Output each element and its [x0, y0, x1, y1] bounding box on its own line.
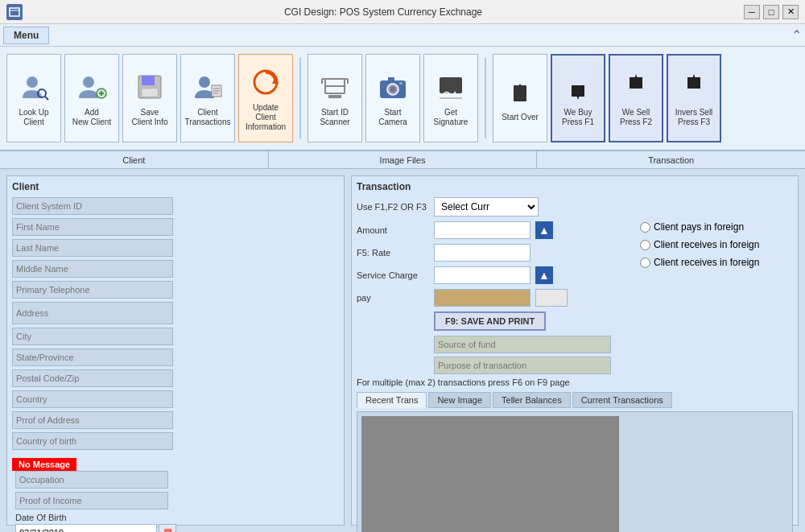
first-name-input[interactable] — [12, 218, 173, 236]
toolbar-sections: Client Image Files Transaction — [0, 151, 805, 169]
amount-input[interactable] — [434, 221, 530, 239]
last-name-input[interactable] — [12, 239, 173, 257]
collapse-icon[interactable]: ⌃ — [791, 27, 802, 43]
get-signature-label: Get Signature — [427, 108, 474, 127]
prrof-of-address-input[interactable] — [12, 411, 173, 429]
currency-row: Use F1,F2 OR F3 Select Curr — [357, 197, 616, 217]
start-camera-label: StartCamera — [378, 108, 407, 127]
rate-input[interactable] — [434, 244, 530, 262]
proof-of-income-input[interactable] — [15, 492, 168, 509]
proof-of-income-group — [15, 492, 176, 509]
client-transactions-icon — [190, 69, 225, 105]
start-over-label: Start Over — [502, 113, 539, 122]
update-client-information-icon — [248, 64, 283, 100]
first-name-group — [12, 218, 181, 236]
transaction-left: Use F1,F2 OR F3 Select Curr Amount ▲ F5:… — [357, 197, 616, 374]
country-of-birth-input[interactable] — [12, 432, 173, 450]
occupation-group — [15, 471, 176, 489]
radio-receives-foreign-1-label: Client receives in foreign — [654, 239, 759, 250]
address-input[interactable] — [12, 302, 173, 324]
client-system-id-input[interactable] — [12, 197, 173, 215]
svg-rect-31 — [440, 77, 462, 93]
svg-rect-29 — [388, 77, 394, 81]
last-name-group — [12, 239, 181, 257]
we-buy-label: We BuyPress F1 — [562, 108, 594, 127]
minimize-button[interactable]: ─ — [744, 5, 760, 19]
pay-label: pay — [357, 293, 429, 303]
radio-receives-foreign-1-input[interactable] — [640, 240, 650, 250]
service-charge-label: Service Charge — [357, 270, 429, 280]
look-up-client-button[interactable]: Look UpClient — [6, 54, 61, 142]
currency-select[interactable]: Select Curr — [434, 197, 539, 217]
add-new-client-button[interactable]: AddNew Client — [64, 54, 119, 142]
source-purpose-group — [434, 336, 616, 374]
we-sell-button[interactable]: We SellPress F2 — [609, 54, 663, 142]
postal-code-zip-input[interactable] — [12, 369, 173, 387]
save-client-info-button[interactable]: SaveClient Info — [122, 54, 177, 142]
start-over-button[interactable]: Start Over — [493, 54, 547, 142]
invers-sell-icon — [676, 69, 712, 105]
city-input[interactable] — [12, 328, 173, 345]
menu-button[interactable]: Menu — [3, 27, 49, 44]
pay-row: pay — [357, 289, 616, 307]
we-buy-button[interactable]: We BuyPress F1 — [551, 54, 605, 142]
pay-input[interactable] — [434, 289, 530, 307]
city-group — [12, 328, 181, 345]
we-buy-icon — [560, 69, 596, 105]
middle-name-input[interactable] — [12, 260, 173, 278]
save-print-button[interactable]: F9: SAVE AND PRINT — [434, 311, 546, 331]
radio-client-pays-foreign[interactable]: Client pays in foreign — [640, 221, 793, 233]
no-message-label: No Message — [12, 458, 76, 471]
window-title: CGI Design: POS System Currency Exchnage — [23, 6, 744, 18]
look-up-client-label: Look UpClient — [19, 108, 48, 127]
window-controls: ─ □ ✕ — [744, 5, 799, 19]
start-id-scanner-button[interactable]: Start ID Scanner — [308, 54, 362, 142]
date-of-birth-input[interactable] — [15, 524, 157, 532]
client-transactions-button[interactable]: ClientTransactions — [180, 54, 235, 142]
save-client-info-label: SaveClient Info — [131, 108, 167, 127]
close-button[interactable]: ✕ — [782, 5, 799, 19]
radio-pays-foreign-input[interactable] — [640, 222, 650, 233]
invers-sell-button[interactable]: Invers SellPress F3 — [667, 54, 721, 142]
invers-sell-label: Invers SellPress F3 — [675, 108, 713, 127]
client-section-label: Client — [0, 151, 269, 168]
primary-telephone-input[interactable] — [12, 281, 173, 299]
prrof-of-address-group — [12, 411, 181, 429]
radio-client-receives-foreign-1[interactable]: Client receives in foreign — [640, 239, 793, 250]
start-id-scanner-label: Start ID Scanner — [312, 108, 358, 127]
maximize-button[interactable]: □ — [763, 5, 779, 19]
occupation-input[interactable] — [15, 471, 168, 489]
service-charge-arrow-button[interactable]: ▲ — [535, 266, 553, 284]
look-up-client-icon — [16, 69, 52, 105]
state-province-input[interactable] — [12, 348, 173, 366]
divider-2 — [485, 58, 486, 138]
country-input[interactable] — [12, 390, 173, 408]
transaction-toolbar-group: Start Over We BuyPress F1 We SellPress F… — [493, 54, 721, 142]
radio-client-receives-foreign-2[interactable]: Client receives in foreign — [640, 257, 793, 268]
svg-rect-11 — [142, 89, 158, 97]
save-client-info-icon — [132, 69, 167, 105]
amount-arrow-button[interactable]: ▲ — [535, 221, 553, 239]
toolbar: Look UpClient AddNew Client — [0, 47, 805, 151]
main-content: Client — [0, 169, 805, 532]
radio-receives-foreign-2-input[interactable] — [640, 258, 650, 268]
svg-line-4 — [45, 97, 48, 100]
update-client-information-button[interactable]: Update ClientInformation — [238, 54, 293, 142]
client-system-id-group — [12, 197, 181, 215]
radio-receives-foreign-2-label: Client receives in foreign — [654, 257, 759, 268]
multiple-info-label: For multiple (max 2) transactions press … — [357, 377, 793, 387]
start-camera-button[interactable]: StartCamera — [365, 54, 420, 142]
service-charge-input[interactable] — [434, 266, 530, 284]
tab-teller-balances[interactable]: Teller Balances — [493, 392, 571, 408]
tab-new-image[interactable]: New Image — [428, 392, 491, 408]
recent-trans-image — [361, 416, 619, 532]
source-of-fund-input[interactable] — [434, 336, 611, 353]
get-signature-button[interactable]: Get Signature — [423, 54, 478, 142]
tabs-bar: Recent Trans New Image Teller Balances C… — [357, 392, 793, 408]
tab-current-transactions[interactable]: Current Transactions — [572, 392, 672, 408]
client-left-column: No Message — [12, 197, 181, 471]
date-of-birth-calendar-button[interactable]: 📅 — [159, 524, 176, 532]
pay-small-input[interactable] — [535, 289, 568, 307]
tab-recent-trans[interactable]: Recent Trans — [357, 392, 427, 408]
purpose-of-transaction-input[interactable] — [434, 357, 611, 374]
